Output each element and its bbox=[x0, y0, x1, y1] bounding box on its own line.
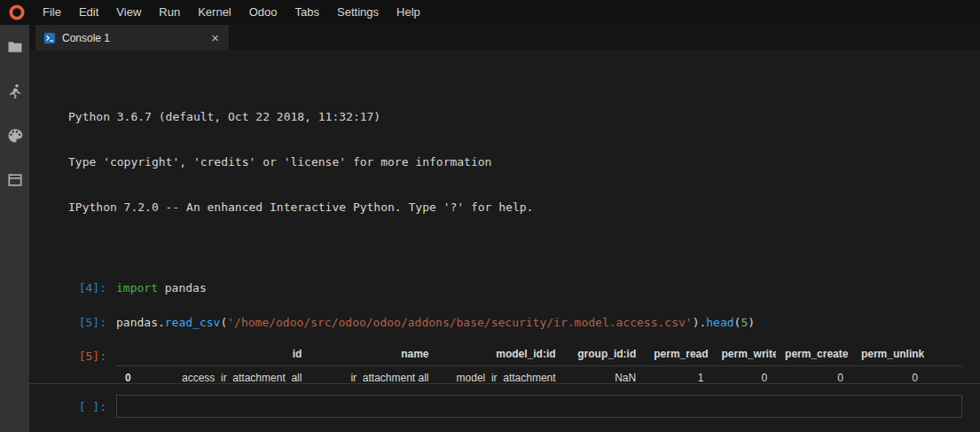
input-prompt: [5]: bbox=[29, 315, 116, 330]
command-palette-icon[interactable] bbox=[5, 126, 25, 145]
column-header: perm_create bbox=[776, 342, 852, 366]
menu-item-kernel[interactable]: Kernel bbox=[189, 0, 240, 25]
menu-item-settings[interactable]: Settings bbox=[328, 0, 388, 25]
menu-item-help[interactable]: Help bbox=[388, 0, 429, 25]
menu-item-tabs[interactable]: Tabs bbox=[286, 0, 328, 25]
row-index: 0 bbox=[116, 366, 150, 384]
table-cell: 0 bbox=[852, 366, 962, 384]
odoo-logo-icon bbox=[0, 4, 34, 21]
column-header: perm_unlink bbox=[852, 342, 962, 366]
table-cell: 1 bbox=[645, 366, 712, 384]
code-token: import bbox=[116, 281, 158, 295]
code-cell-5: [5]: pandas.read_csv('/home/odoo/src/odo… bbox=[29, 315, 980, 330]
code-token: pandas. bbox=[116, 316, 165, 329]
input-prompt-empty: [ ]: bbox=[29, 399, 116, 414]
main-area: Console 1 × Python 3.6.7 (default, Oct 2… bbox=[29, 25, 980, 432]
table-cell: 0 bbox=[713, 366, 777, 384]
workspace-body: Console 1 × Python 3.6.7 (default, Oct 2… bbox=[0, 25, 980, 432]
menu-items: FileEditViewRunKernelOdooTabsSettingsHel… bbox=[34, 0, 429, 25]
menu-item-run[interactable]: Run bbox=[150, 0, 189, 25]
left-sidebar bbox=[0, 25, 29, 432]
tab-label: Console 1 bbox=[62, 32, 203, 44]
menu-item-file[interactable]: File bbox=[34, 0, 70, 25]
index-header bbox=[116, 342, 150, 366]
kernel-banner: Python 3.6.7 (default, Oct 22 2018, 11:3… bbox=[68, 79, 980, 245]
banner-line: Python 3.6.7 (default, Oct 22 2018, 11:3… bbox=[68, 109, 980, 124]
output-cell-5: [5]: idnamemodel_id:idgroup_id:idperm_re… bbox=[29, 342, 980, 383]
column-header: perm_read bbox=[645, 342, 712, 366]
table-row: 0access_ir_attachment_allir_attachment a… bbox=[116, 366, 962, 384]
jupyterlab-window: FileEditViewRunKernelOdooTabsSettingsHel… bbox=[0, 0, 980, 432]
column-header: model_id:id bbox=[438, 342, 565, 366]
output-prompt: [5]: bbox=[29, 342, 116, 364]
column-header: name bbox=[310, 342, 437, 366]
table-cell: 0 bbox=[776, 366, 852, 384]
table-cell: NaN bbox=[565, 366, 646, 384]
table-cell: model_ir_attachment bbox=[438, 366, 565, 384]
input-prompt: [4]: bbox=[29, 280, 116, 295]
console-panel: Python 3.6.7 (default, Oct 22 2018, 11:3… bbox=[29, 51, 980, 432]
code-token: ) bbox=[748, 316, 755, 329]
menu-item-view[interactable]: View bbox=[107, 0, 150, 25]
console-tab-icon bbox=[43, 32, 56, 44]
code-token: read_csv bbox=[165, 316, 221, 329]
code-cell-4: [4]: import pandas bbox=[29, 280, 980, 295]
file-browser-icon[interactable] bbox=[5, 37, 25, 57]
code-line: pandas.read_csv('/home/odoo/src/odoo/odo… bbox=[116, 315, 755, 330]
table-cell: access_ir_attachment_all bbox=[150, 366, 310, 384]
tab-console-1[interactable]: Console 1 × bbox=[35, 25, 229, 51]
code-line: import pandas bbox=[116, 280, 207, 295]
code-token: ). bbox=[693, 316, 707, 329]
menu-item-odoo[interactable]: Odoo bbox=[240, 0, 286, 25]
dataframe-table: idnamemodel_id:idgroup_id:idperm_readper… bbox=[116, 342, 962, 383]
menu-bar: FileEditViewRunKernelOdooTabsSettingsHel… bbox=[0, 0, 980, 25]
running-sessions-icon[interactable] bbox=[5, 82, 25, 101]
code-token: pandas bbox=[158, 281, 207, 295]
column-header: group_id:id bbox=[565, 342, 646, 366]
column-header: perm_write bbox=[713, 342, 777, 366]
banner-line: Type 'copyright', 'credits' or 'license'… bbox=[68, 154, 980, 169]
code-token: head bbox=[706, 316, 733, 329]
console-code-input[interactable] bbox=[116, 395, 962, 418]
console-input-area: [ ]: bbox=[29, 383, 980, 432]
tab-bar: Console 1 × bbox=[29, 25, 980, 51]
code-token: '/home/odoo/src/odoo/odoo/addons/base/se… bbox=[227, 316, 692, 329]
open-tabs-icon[interactable] bbox=[5, 170, 25, 190]
close-icon[interactable]: × bbox=[209, 31, 221, 44]
menu-item-edit[interactable]: Edit bbox=[70, 0, 107, 25]
banner-line: IPython 7.2.0 -- An enhanced Interactive… bbox=[68, 200, 980, 215]
console-scrollback: Python 3.6.7 (default, Oct 22 2018, 11:3… bbox=[29, 51, 980, 383]
table-cell: ir_attachment all bbox=[310, 366, 437, 384]
output-content: idnamemodel_id:idgroup_id:idperm_readper… bbox=[116, 342, 980, 383]
column-header: id bbox=[150, 342, 310, 366]
